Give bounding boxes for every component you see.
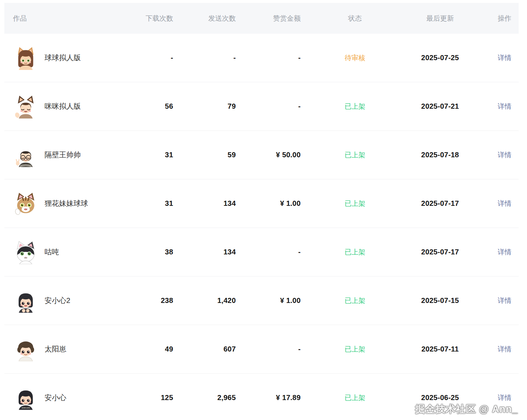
work-name: 咕吨 [45,247,59,257]
status-badge: 已上架 [345,297,365,304]
table-header: 作品 下载次数 发送次数 赞赏金额 状态 最后更新 操作 [4,3,519,34]
sends-count: 2,965 [173,394,236,402]
sends-count: - [173,54,236,62]
svg-text:GOOD LUCK: GOOD LUCK [22,407,30,408]
detail-link[interactable]: 详情 [498,394,511,402]
work-cell: 隔壁王帅帅 [4,143,124,167]
downloads-count: 31 [124,199,173,208]
work-name: 安小心 [45,393,66,403]
status-badge: 已上架 [345,248,365,256]
detail-link[interactable]: 详情 [498,54,511,62]
updated-date: 2025-07-11 [409,345,471,353]
status-badge: 已上架 [345,151,365,159]
table-row: 咕吨38134-已上架2025-07-17详情 [4,228,519,276]
updated-date: 2025-07-15 [409,296,471,305]
work-cell: 狸花妹妹球球 [4,192,124,216]
detail-link[interactable]: 详情 [498,103,511,110]
sends-count: 59 [173,151,236,159]
header-cell-downloads: 下载次数 [124,14,173,23]
avatar-tuxedo-cat [14,240,38,264]
downloads-count: 38 [124,248,173,256]
table-row: 太阳崽49607-已上架2025-07-11详情 [4,325,519,374]
sends-count: 607 [173,345,236,353]
table-row: 咪咪拟人版5679-已上架2025-07-21详情 [4,82,519,131]
status-badge: 已上架 [345,394,365,402]
work-name: 安小心2 [45,296,70,305]
sends-count: 134 [173,199,236,208]
table-row: 狸花妹妹球球31134¥ 1.00已上架2025-07-17详情 [4,179,519,228]
work-cell: GOOD LUCK安小心 [4,386,124,410]
avatar-boy-with-cat-ears-waving [14,95,38,118]
header-cell-tip-amount: 赞赏金额 [236,14,301,23]
updated-date: 2025-07-25 [409,54,471,62]
tip-amount: - [236,54,301,62]
updated-date: 2025-07-21 [409,102,471,111]
work-name: 太阳崽 [45,344,66,354]
tip-amount: - [236,102,301,111]
work-cell: 咪咪拟人版 [4,95,124,118]
work-cell: 安小心2 [4,289,124,313]
tip-amount: - [236,345,301,353]
avatar-boy-fluffy-brown-hair [14,337,38,361]
tip-amount: ¥ 1.00 [236,296,301,305]
updated-date: 2025-06-25 [409,394,471,402]
tip-amount: - [236,248,301,256]
downloads-count: 56 [124,102,173,111]
updated-date: 2025-07-17 [409,248,471,256]
avatar-girl-with-cat-ears [14,46,38,70]
work-name: 咪咪拟人版 [45,101,81,111]
updated-date: 2025-07-18 [409,151,471,159]
header-cell-last-updated: 最后更新 [409,14,471,23]
work-name: 球球拟人版 [45,53,81,63]
table-row: 安小心22381,420¥ 1.00已上架2025-07-15详情 [4,276,519,325]
downloads-count: 31 [124,151,173,159]
detail-link[interactable]: 详情 [498,248,511,256]
table-row: GOOD LUCK安小心1252,965¥ 17.89已上架2025-06-25… [4,374,519,420]
header-cell-action: 操作 [471,14,519,23]
detail-link[interactable]: 详情 [498,151,511,159]
table-body: 球球拟人版---待审核2025-07-25详情咪咪拟人版5679-已上架2025… [4,34,519,420]
sends-count: 134 [173,248,236,256]
work-name: 隔壁王帅帅 [45,150,81,160]
tip-amount: ¥ 1.00 [236,199,301,208]
avatar-girl-black-bob-goodluck-shirt: GOOD LUCK [14,386,38,410]
downloads-count: - [124,54,173,62]
work-cell: 球球拟人版 [4,46,124,70]
work-cell: 咕吨 [4,240,124,264]
downloads-count: 238 [124,296,173,305]
table-row: 隔壁王帅帅3159¥ 50.00已上架2025-07-18详情 [4,131,519,179]
header-cell-status: 状态 [301,14,409,23]
work-cell: 太阳崽 [4,337,124,361]
sends-count: 1,420 [173,296,236,305]
header-cell-works: 作品 [4,14,124,23]
status-badge: 已上架 [345,103,365,110]
status-badge: 待审核 [345,54,365,62]
status-badge: 已上架 [345,200,365,207]
table-row: 球球拟人版---待审核2025-07-25详情 [4,34,519,82]
avatar-boy-glasses-peace-sign [14,143,38,167]
detail-link[interactable]: 详情 [498,297,511,304]
status-badge: 已上架 [345,345,365,353]
tip-amount: ¥ 50.00 [236,151,301,159]
downloads-count: 125 [124,394,173,402]
tip-amount: ¥ 17.89 [236,394,301,402]
work-name: 狸花妹妹球球 [45,199,88,208]
works-table: 作品 下载次数 发送次数 赞赏金额 状态 最后更新 操作 球球拟人版---待审核… [4,3,519,420]
downloads-count: 49 [124,345,173,353]
updated-date: 2025-07-17 [409,199,471,208]
header-cell-sends: 发送次数 [173,14,236,23]
detail-link[interactable]: 详情 [498,200,511,207]
avatar-girl-black-bob-cheering [14,289,38,313]
avatar-tabby-cat-waving [14,192,38,216]
detail-link[interactable]: 详情 [498,345,511,353]
sends-count: 79 [173,102,236,111]
